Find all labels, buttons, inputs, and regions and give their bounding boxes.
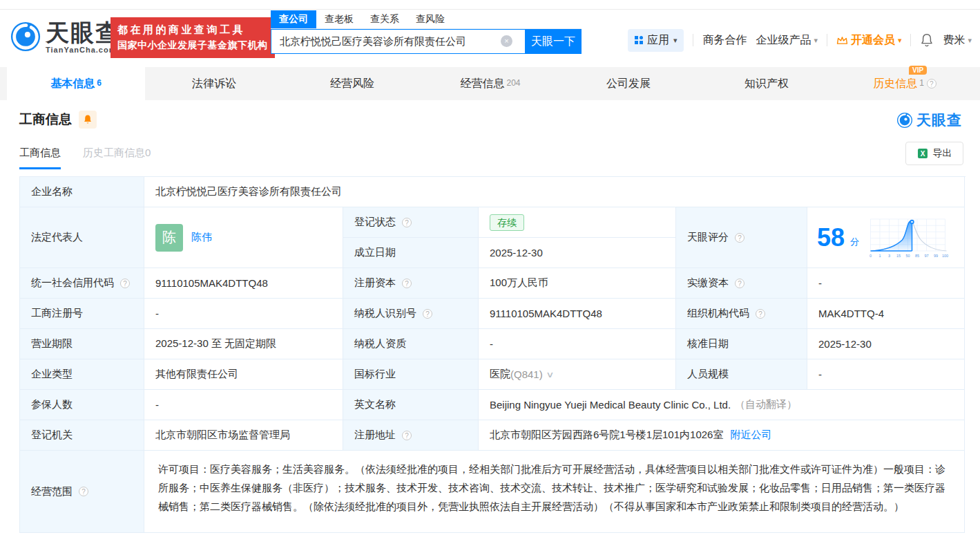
tab-count-badge: 6 bbox=[97, 78, 102, 88]
field-label-legal-representative: 法定代表人 bbox=[20, 207, 144, 268]
search-tab-relation[interactable]: 查关系 bbox=[362, 10, 407, 28]
help-icon[interactable]: ? bbox=[756, 309, 765, 319]
tab-intellectual-property[interactable]: 知识产权 bbox=[698, 67, 836, 100]
tab-count-badge: 204 bbox=[506, 78, 520, 88]
field-value-taxpayer-quality: - bbox=[479, 329, 676, 359]
svg-text:100: 100 bbox=[942, 254, 948, 258]
nearby-companies-link[interactable]: 附近公司 bbox=[730, 429, 771, 442]
field-value-approval-date: 2025-12-30 bbox=[807, 329, 965, 359]
field-value-tianyan-score: 58 分 bbox=[807, 207, 965, 268]
tab-company-development[interactable]: 公司发展 bbox=[559, 67, 698, 100]
user-menu[interactable]: 费米 ▾ bbox=[943, 33, 972, 48]
field-label-registration-number: 工商注册号 bbox=[20, 299, 144, 329]
field-label-credit-code: 统一社会信用代码? bbox=[20, 268, 144, 299]
search-tab-boss[interactable]: 查老板 bbox=[316, 10, 362, 28]
crown-icon bbox=[836, 35, 848, 46]
search-tab-company[interactable]: 查公司 bbox=[271, 10, 316, 28]
search-input[interactable] bbox=[271, 29, 525, 54]
help-icon[interactable]: ? bbox=[735, 233, 744, 243]
excel-icon: X bbox=[917, 148, 928, 159]
clear-input-icon[interactable]: × bbox=[501, 35, 512, 47]
business-cooperation-link[interactable]: 商务合作 bbox=[702, 33, 747, 48]
bell-icon bbox=[83, 114, 93, 125]
field-label-staff-size: 人员规模 bbox=[676, 359, 807, 390]
chevron-down-icon: ▾ bbox=[814, 36, 818, 45]
help-icon[interactable]: ? bbox=[120, 279, 130, 288]
notification-bell-icon[interactable] bbox=[920, 32, 934, 48]
top-divider bbox=[0, 9, 980, 10]
field-label-english-name: 英文名称 bbox=[343, 390, 479, 420]
chevron-down-icon[interactable]: ∨ bbox=[546, 370, 554, 379]
field-label-industry: 国标行业 bbox=[343, 359, 479, 390]
tab-history-info[interactable]: 历史信息 VIP 1 ? bbox=[836, 67, 974, 100]
help-icon[interactable]: ? bbox=[735, 279, 744, 288]
vip-badge: VIP bbox=[909, 66, 927, 75]
slogan-line2: 国家中小企业发展子基金旗下机构 bbox=[117, 37, 268, 53]
field-value-insured-count: - bbox=[144, 390, 343, 420]
help-icon[interactable]: ? bbox=[402, 279, 412, 288]
business-registration-table: 企业名称 北京柠悦悦己医疗美容诊所有限责任公司 法定代表人 陈 陈伟 登记状态?… bbox=[19, 176, 965, 533]
apps-menu[interactable]: 应用 ▾ bbox=[628, 29, 684, 52]
field-value-registration-number: - bbox=[144, 299, 343, 329]
search-tab-risk[interactable]: 查风险 bbox=[407, 10, 453, 28]
subtab-history-info[interactable]: 历史工商信息0 bbox=[83, 147, 151, 169]
apps-label: 应用 bbox=[647, 33, 669, 48]
section-title: 工商信息 bbox=[19, 111, 72, 129]
tab-count-badge: 1 bbox=[919, 78, 924, 88]
svg-text:15: 15 bbox=[896, 254, 901, 258]
business-info-subtabs: 工商信息 历史工商信息0 bbox=[19, 147, 151, 169]
field-value-registered-capital: 100万人民币 bbox=[479, 268, 676, 299]
tab-label: 基本信息 bbox=[50, 77, 95, 91]
field-value-paid-capital: - bbox=[807, 268, 965, 299]
auto-translate-note: （自动翻译） bbox=[735, 398, 797, 411]
brand-slogan: 都在用的商业查询工具 国家中小企业发展子基金旗下机构 bbox=[111, 17, 275, 58]
field-value-credit-code: 91110105MAK4DTTQ48 bbox=[144, 268, 343, 299]
field-value-business-scope: 许可项目：医疗美容服务；生活美容服务。（依法须经批准的项目，经相关部门批准后方可… bbox=[144, 451, 965, 533]
tab-operating-risk[interactable]: 经营风险 bbox=[283, 67, 421, 100]
field-value-registration-status: 存续 bbox=[479, 207, 676, 238]
export-label: 导出 bbox=[933, 147, 952, 160]
legal-rep-avatar[interactable]: 陈 bbox=[155, 224, 183, 252]
help-icon[interactable]: ? bbox=[402, 218, 412, 227]
field-label-business-term: 营业期限 bbox=[20, 329, 144, 359]
username: 费米 bbox=[943, 33, 965, 48]
field-label-tianyan-score: 天眼评分? bbox=[676, 207, 807, 268]
field-label-taxpayer-quality: 纳税人资质 bbox=[343, 329, 479, 359]
help-icon[interactable]: ? bbox=[423, 309, 432, 319]
search-button[interactable]: 天眼一下 bbox=[525, 29, 582, 54]
field-label-business-scope: 经营范围? bbox=[20, 451, 144, 533]
field-label-registered-capital: 注册资本? bbox=[343, 268, 479, 299]
field-value-registered-address: 北京市朝阳区芳园西路6号院1号楼1层101内1026室 附近公司 bbox=[479, 420, 965, 451]
help-icon[interactable]: ? bbox=[79, 487, 88, 496]
monitor-bell-button[interactable] bbox=[79, 111, 97, 129]
tab-label: 公司发展 bbox=[606, 77, 651, 91]
field-label-org-code: 组织机构代码? bbox=[676, 299, 807, 329]
tianyancha-logo[interactable]: 天眼查 TianYanCha.com bbox=[10, 21, 120, 54]
svg-text:1: 1 bbox=[879, 254, 881, 258]
tab-label: 历史信息 bbox=[873, 77, 917, 91]
menu-divider bbox=[910, 34, 911, 46]
open-vip-menu[interactable]: 开通会员 ▾ bbox=[836, 33, 902, 48]
field-value-industry: 医院 (Q841) ∨ bbox=[479, 359, 676, 390]
tab-business-info[interactable]: 经营信息 204 bbox=[421, 67, 559, 100]
enterprise-products-menu[interactable]: 企业级产品 ▾ bbox=[756, 33, 818, 48]
industry-code: (Q841) bbox=[510, 368, 543, 380]
export-button[interactable]: X 导出 bbox=[905, 142, 963, 165]
field-value-business-term: 2025-12-30 至 无固定期限 bbox=[144, 329, 343, 359]
help-icon[interactable]: ? bbox=[402, 431, 412, 440]
subtab-current-info[interactable]: 工商信息 bbox=[19, 147, 61, 169]
field-value-taxpayer-id: 91110105MAK4DTTQ48 bbox=[479, 299, 676, 329]
chevron-down-icon: ▾ bbox=[673, 36, 678, 45]
legal-rep-link[interactable]: 陈伟 bbox=[191, 231, 212, 244]
field-label-registration-status: 登记状态? bbox=[343, 207, 479, 238]
help-icon[interactable]: ? bbox=[927, 79, 936, 88]
tab-basic-info[interactable]: 基本信息 6 bbox=[7, 67, 145, 100]
field-label-company-name: 企业名称 bbox=[20, 177, 144, 207]
field-value-legal-representative: 陈 陈伟 bbox=[144, 207, 343, 268]
field-label-insured-count: 参保人数 bbox=[20, 390, 144, 420]
field-label-paid-capital: 实缴资本? bbox=[676, 268, 807, 299]
svg-text:97: 97 bbox=[924, 254, 928, 258]
tab-legal-proceedings[interactable]: 法律诉讼 bbox=[145, 67, 283, 100]
logo-domain: TianYanCha.com bbox=[46, 46, 120, 54]
field-label-registration-authority: 登记机关 bbox=[20, 420, 144, 451]
